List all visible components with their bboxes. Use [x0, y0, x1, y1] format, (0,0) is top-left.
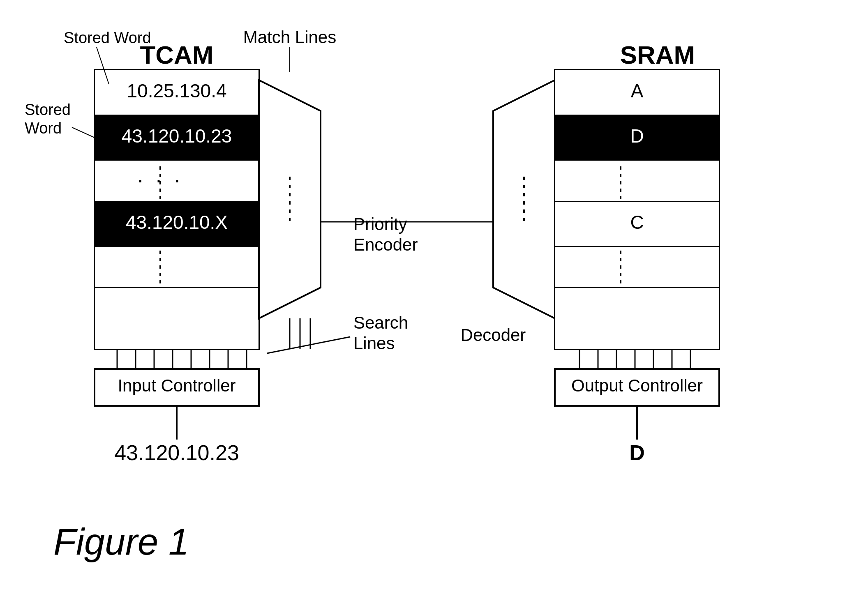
sram-row1: A	[631, 80, 644, 101]
stored-word-left-label1: Stored	[25, 101, 71, 118]
output-value: D	[629, 441, 645, 465]
svg-rect-21	[555, 246, 719, 288]
search-value: 43.120.10.23	[114, 441, 239, 465]
svg-rect-7	[95, 246, 259, 288]
svg-rect-23	[555, 288, 719, 349]
svg-rect-18	[555, 160, 719, 201]
match-lines-label: Match Lines	[243, 28, 336, 47]
stored-word-left-label2: Word	[25, 120, 62, 137]
tcam-row4: 43.120.10.X	[126, 212, 228, 233]
sram-row4: C	[630, 212, 644, 233]
sram-label: SRAM	[620, 41, 695, 69]
diagram: TCAM 10.25.130.4 43.120.10.23 · · · 43.1…	[0, 0, 868, 594]
stored-word-top-label: Stored Word	[64, 29, 151, 46]
search-lines-label: Search	[353, 313, 408, 332]
decoder-label: Decoder	[461, 325, 526, 345]
tcam-row1: 10.25.130.4	[127, 80, 226, 101]
input-controller-label: Input Controller	[118, 376, 235, 395]
priority-encoder-label: Priority	[353, 214, 407, 234]
output-controller-label: Output Controller	[571, 376, 703, 395]
figure-label: Figure 1	[53, 521, 189, 562]
svg-marker-13	[493, 80, 555, 318]
svg-rect-9	[95, 288, 259, 349]
tcam-row2: 43.120.10.23	[122, 125, 232, 147]
svg-marker-10	[259, 80, 321, 318]
search-lines-label2: Lines	[353, 334, 395, 353]
tcam-dots1: · · ·	[137, 168, 183, 191]
sram-row2: D	[630, 125, 644, 147]
priority-encoder-label2: Encoder	[353, 235, 418, 254]
